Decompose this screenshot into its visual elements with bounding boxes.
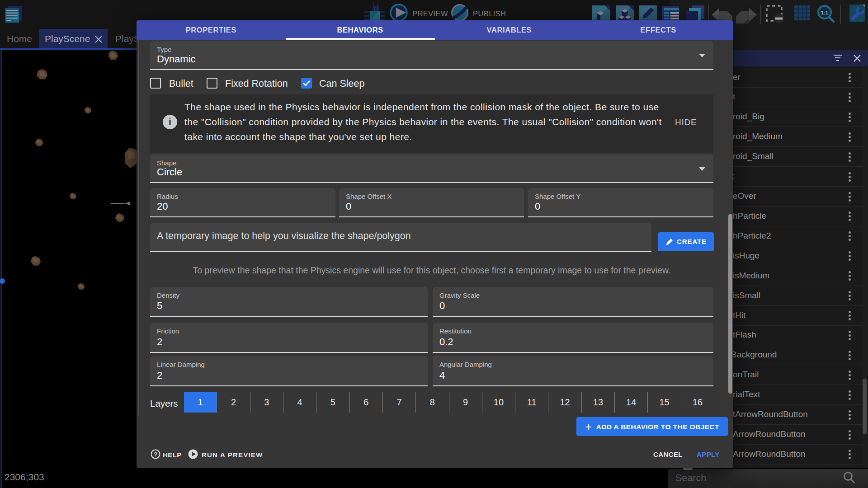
svg-text:PUBLISH: PUBLISH <box>473 9 506 18</box>
svg-text:PREVIEW: PREVIEW <box>412 9 448 18</box>
svg-text:1:1: 1:1 <box>821 10 828 15</box>
svg-text:?: ? <box>154 451 157 458</box>
